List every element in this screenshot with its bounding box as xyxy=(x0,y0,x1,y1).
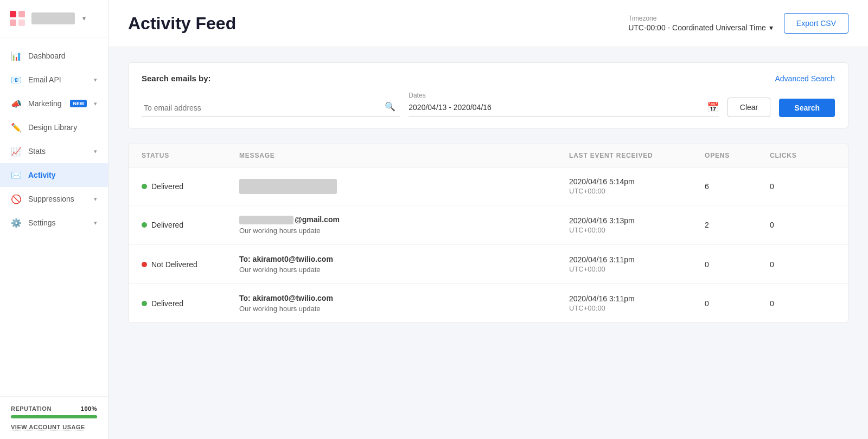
svg-rect-3 xyxy=(18,20,25,26)
sidebar-item-label: Activity xyxy=(28,171,56,179)
reputation-percent: 100% xyxy=(81,405,97,412)
sidebar-item-dashboard[interactable]: 📊 Dashboard xyxy=(0,44,108,68)
message-cell: To: akiramot0@twilio.com Our working hou… xyxy=(239,294,569,313)
sidebar-item-label: Dashboard xyxy=(28,51,66,60)
status-cell: Delivered xyxy=(142,299,239,308)
reputation-bar-background xyxy=(11,415,97,418)
dates-value: 2020/04/13 - 2020/04/16 xyxy=(409,103,703,112)
timezone-chevron-icon: ▾ xyxy=(769,23,773,32)
opens-cell: 6 xyxy=(705,182,770,191)
sidebar-nav: 📊 Dashboard 📧 Email API ▾ 📣 Marketing NE… xyxy=(0,37,108,396)
opens-cell: 0 xyxy=(705,299,770,308)
message-subject: Our working hours update xyxy=(239,305,569,313)
dates-section: Dates 2020/04/13 - 2020/04/16 📅 xyxy=(409,92,719,117)
svg-rect-1 xyxy=(18,11,25,17)
event-date: 2020/04/16 3:11pm xyxy=(569,294,705,303)
settings-icon: ⚙️ xyxy=(11,217,22,228)
stats-icon: 📈 xyxy=(11,146,22,157)
message-subject: Our working hours update xyxy=(239,266,569,274)
nav-chevron-icon: ▾ xyxy=(94,148,97,155)
advanced-search-link[interactable]: Advanced Search xyxy=(775,74,835,83)
message-to: To: akiramot0@twilio.com xyxy=(239,255,569,263)
col-header-status: STATUS xyxy=(142,152,239,159)
message-cell: To: akiramot0@twilio.com Our working hou… xyxy=(239,255,569,274)
table-body: Delivered2020/04/16 5:14pmUTC+00:0060Del… xyxy=(129,167,848,322)
sidebar-item-activity[interactable]: ✉️ Activity xyxy=(0,163,108,187)
export-csv-button[interactable]: Export CSV xyxy=(784,13,848,34)
activity-icon: ✉️ xyxy=(11,170,22,180)
status-cell: Not Delivered xyxy=(142,260,239,269)
message-to: @gmail.com xyxy=(239,215,569,224)
design-library-icon: ✏️ xyxy=(11,122,22,133)
event-timezone: UTC+00:00 xyxy=(569,265,705,273)
dashboard-icon: 📊 xyxy=(11,50,22,61)
nav-badge-new: NEW xyxy=(70,100,87,107)
opens-cell: 0 xyxy=(705,260,770,269)
clear-button[interactable]: Clear xyxy=(727,98,770,117)
timezone-select[interactable]: UTC-00:00 - Coordinated Universal Time ▾ xyxy=(628,23,773,32)
marketing-icon: 📣 xyxy=(11,98,22,109)
event-timezone: UTC+00:00 xyxy=(569,304,705,312)
table-header-row: STATUSMESSAGELAST EVENT RECEIVEDOPENSCLI… xyxy=(129,144,848,167)
dates-input-wrapper[interactable]: 2020/04/13 - 2020/04/16 📅 xyxy=(409,101,719,117)
event-timezone: UTC+00:00 xyxy=(569,187,705,195)
sidebar-footer: REPUTATION 100% VIEW ACCOUNT USAGE xyxy=(0,396,108,439)
sidebar-logo[interactable]: ▾ xyxy=(9,10,86,27)
table-row[interactable]: Delivered To: akiramot0@twilio.com Our w… xyxy=(129,284,848,322)
sidebar-item-label: Design Library xyxy=(28,123,77,132)
sidebar-item-suppressions[interactable]: 🚫 Suppressions ▾ xyxy=(0,187,108,211)
message-cell xyxy=(239,179,569,194)
message-subject: Our working hours update xyxy=(239,227,569,235)
calendar-icon[interactable]: 📅 xyxy=(707,101,719,113)
message-cell: @gmail.com Our working hours update xyxy=(239,215,569,235)
page-title: Activity Feed xyxy=(128,14,236,34)
timezone-label: Timezone xyxy=(628,15,773,22)
clicks-cell: 0 xyxy=(770,221,835,229)
status-dot xyxy=(142,222,147,228)
sidebar-item-email-api[interactable]: 📧 Email API ▾ xyxy=(0,68,108,92)
search-input[interactable] xyxy=(142,99,400,117)
table-row[interactable]: Delivered2020/04/16 5:14pmUTC+00:0060 xyxy=(129,167,848,205)
sidebar-item-label: Stats xyxy=(28,147,46,156)
col-header-clicks: CLICKS xyxy=(770,152,835,159)
sidebar-item-marketing[interactable]: 📣 Marketing NEW ▾ xyxy=(0,92,108,115)
sidebar-item-label: Marketing xyxy=(28,99,61,108)
search-panel-header: Search emails by: Advanced Search xyxy=(142,74,835,83)
col-header-opens: OPENS xyxy=(705,152,770,159)
status-cell: Delivered xyxy=(142,221,239,229)
search-row: 🔍 Dates 2020/04/13 - 2020/04/16 📅 Clear … xyxy=(142,92,835,117)
event-date: 2020/04/16 5:14pm xyxy=(569,177,705,186)
clicks-cell: 0 xyxy=(770,299,835,308)
sidebar-item-settings[interactable]: ⚙️ Settings ▾ xyxy=(0,211,108,235)
event-cell: 2020/04/16 3:11pmUTC+00:00 xyxy=(569,255,705,273)
search-inline-icon: 🔍 xyxy=(385,101,395,112)
status-text: Not Delivered xyxy=(151,260,197,269)
clicks-cell: 0 xyxy=(770,260,835,269)
timezone-value: UTC-00:00 - Coordinated Universal Time xyxy=(628,23,766,32)
table-row[interactable]: Delivered @gmail.com Our working hours u… xyxy=(129,205,848,245)
sidebar-item-label: Suppressions xyxy=(28,195,74,203)
nav-chevron-icon: ▾ xyxy=(94,220,97,227)
search-emails-by-label: Search emails by: xyxy=(142,74,211,83)
svg-rect-2 xyxy=(10,20,16,26)
event-date: 2020/04/16 3:11pm xyxy=(569,255,705,264)
view-account-usage-link[interactable]: VIEW ACCOUNT USAGE xyxy=(11,424,97,430)
sidebar-item-design-library[interactable]: ✏️ Design Library xyxy=(0,115,108,139)
sidebar-header: ▾ xyxy=(0,0,108,37)
sidebar-item-stats[interactable]: 📈 Stats ▾ xyxy=(0,139,108,163)
email-api-icon: 📧 xyxy=(11,74,22,85)
nav-chevron-icon: ▾ xyxy=(94,100,97,107)
search-panel: Search emails by: Advanced Search 🔍 Date… xyxy=(128,62,848,128)
header-right: Timezone UTC-00:00 - Coordinated Univers… xyxy=(628,13,848,34)
message-placeholder xyxy=(239,179,337,194)
event-cell: 2020/04/16 3:13pmUTC+00:00 xyxy=(569,216,705,234)
main-header: Activity Feed Timezone UTC-00:00 - Coord… xyxy=(108,0,868,47)
nav-chevron-icon: ▾ xyxy=(94,196,97,203)
nav-chevron-icon: ▾ xyxy=(94,76,97,83)
results-table: STATUSMESSAGELAST EVENT RECEIVEDOPENSCLI… xyxy=(128,144,848,323)
table-row[interactable]: Not Delivered To: akiramot0@twilio.com O… xyxy=(129,245,848,284)
search-button[interactable]: Search xyxy=(779,99,835,117)
logo-icon xyxy=(9,10,26,27)
event-timezone: UTC+00:00 xyxy=(569,226,705,234)
clicks-cell: 0 xyxy=(770,182,835,191)
